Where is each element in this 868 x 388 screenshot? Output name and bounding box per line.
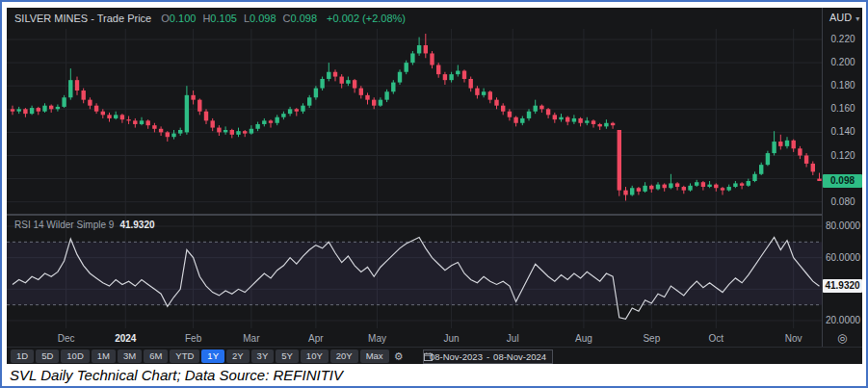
range-button-5d[interactable]: 5D xyxy=(36,349,59,363)
rsi-line-canvas xyxy=(7,216,822,328)
range-button-max[interactable]: Max xyxy=(360,349,389,363)
figure-caption: SVL Daily Technical Chart; Data Source: … xyxy=(10,367,343,383)
price-tick-label: 0.160 xyxy=(823,103,862,114)
date-from: 08-Nov-2023 xyxy=(430,351,483,362)
date-range-picker[interactable]: 08-Nov-2023 - 08-Nov-2024 xyxy=(423,349,553,364)
range-button-ytd[interactable]: YTD xyxy=(170,349,199,363)
price-tick-label: 0.140 xyxy=(823,126,862,137)
time-axis-label: Jul xyxy=(507,333,519,344)
currency-selector[interactable]: AUD▾ xyxy=(829,12,859,23)
range-button-3m[interactable]: 3M xyxy=(118,349,142,363)
rsi-tick-label: 20.0000 xyxy=(823,315,862,325)
price-tick-label: 0.200 xyxy=(823,57,862,67)
ohlc-value: 0.100 xyxy=(170,13,197,24)
rsi-label: RSI 14 Wilder Simple 9 xyxy=(14,220,114,230)
range-button-2y[interactable]: 2Y xyxy=(226,349,250,363)
range-button-10d[interactable]: 10D xyxy=(61,349,89,363)
time-axis[interactable]: ◎ Dec2024FebMarAprMayJunJulAugSepOctNov xyxy=(7,329,862,348)
currency-label: AUD xyxy=(829,12,852,23)
time-axis-label: 2024 xyxy=(115,333,136,344)
range-toolbar: 1D5D10D1M3M6MYTD1Y2Y3Y5Y10Y20YMax⚙ 08-No… xyxy=(7,347,862,364)
price-change: +0.002 (+2.08%) xyxy=(327,13,406,24)
range-button-1y[interactable]: 1Y xyxy=(201,349,224,363)
calendar-icon xyxy=(424,352,433,361)
range-button-20y[interactable]: 20Y xyxy=(330,349,358,363)
rsi-tick-label: 80.0000 xyxy=(823,220,862,231)
rsi-value-badge: 41.9320 xyxy=(823,279,862,293)
range-button-1m[interactable]: 1M xyxy=(92,349,116,363)
time-axis-label: May xyxy=(368,333,386,344)
time-axis-label: Nov xyxy=(785,333,802,344)
instrument-header: SILVER MINES - Trade Price O0.100H0.105L… xyxy=(14,13,406,24)
document-figure: SILVER MINES - Trade Price O0.100H0.105L… xyxy=(0,0,868,388)
price-candles-canvas xyxy=(7,29,822,214)
price-tick-label: 0.220 xyxy=(823,34,862,44)
price-tick-label: 0.080 xyxy=(823,196,862,207)
range-button-10y[interactable]: 10Y xyxy=(301,349,329,363)
interval-settings-gear-icon[interactable]: ⚙ xyxy=(391,349,407,363)
scroll-to-latest-icon[interactable]: ◎ xyxy=(837,331,847,345)
trading-chart-app: SILVER MINES - Trade Price O0.100H0.105L… xyxy=(7,8,862,364)
time-axis-label: Apr xyxy=(308,333,324,344)
rsi-value: 41.9320 xyxy=(119,220,154,230)
time-axis-label: Mar xyxy=(243,333,259,344)
time-axis-label: Aug xyxy=(575,333,592,344)
instrument-title: SILVER MINES - Trade Price xyxy=(14,13,151,24)
range-button-3y[interactable]: 3Y xyxy=(251,349,275,363)
range-button-5y[interactable]: 5Y xyxy=(276,349,299,363)
range-button-6m[interactable]: 6M xyxy=(144,349,168,363)
rsi-header: RSI 14 Wilder Simple 941.9320 xyxy=(14,220,155,230)
ohlc-value: 0.098 xyxy=(250,13,276,24)
time-axis-label: Feb xyxy=(185,333,201,344)
ohlc-key: O xyxy=(161,13,170,24)
time-axis-label: Dec xyxy=(58,333,75,344)
date-to: 08-Nov-2024 xyxy=(493,351,546,362)
last-price-badge: 0.098 xyxy=(823,174,862,188)
price-tick-label: 0.180 xyxy=(823,80,862,91)
ohlc-strip: O0.100H0.105L0.098C0.098 xyxy=(154,13,317,24)
ohlc-value: 0.105 xyxy=(210,13,237,24)
chevron-down-icon: ▾ xyxy=(855,14,859,23)
price-tick-label: 0.120 xyxy=(823,150,862,161)
ohlc-value: 0.098 xyxy=(290,13,317,24)
range-button-1d[interactable]: 1D xyxy=(11,349,34,363)
time-axis-label: Sep xyxy=(643,333,660,344)
time-axis-label: Oct xyxy=(709,333,724,344)
time-axis-label: Jun xyxy=(444,333,460,344)
date-separator: - xyxy=(487,351,489,362)
rsi-tick-label: 60.0000 xyxy=(823,252,862,263)
